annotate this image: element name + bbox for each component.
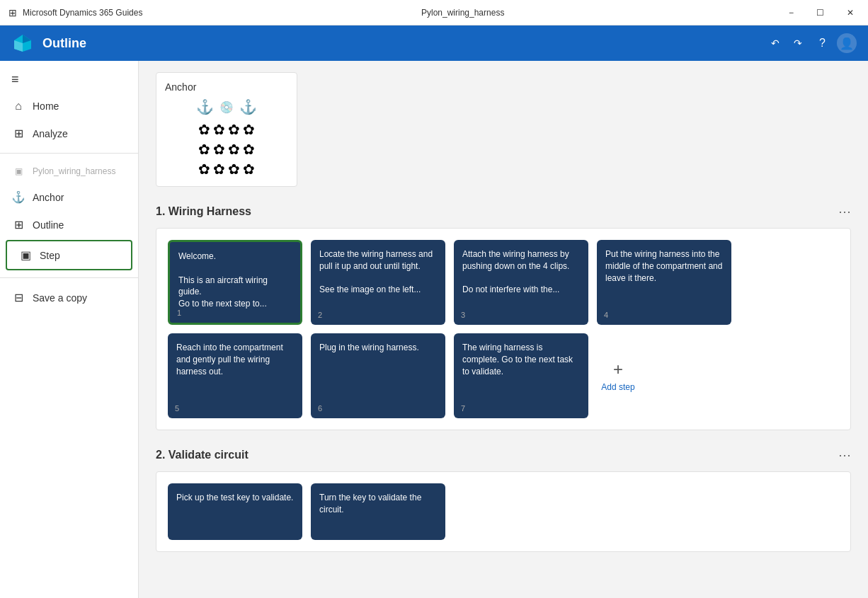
validate-step-card-2[interactable]: Turn the key to validate the circuit. [311,483,445,540]
anchor-icons-row: ⚓ 💿 ⚓ [196,98,257,115]
app-logo [11,32,34,54]
undo-redo-group: ↶ ↷ [765,33,808,53]
validate-step-card-1[interactable]: Pick up the test key to validate. [168,483,302,540]
main-wrapper: ≡ ⌂ Home ⊞ Analyze ▣ Pylon_wiring_harnes… [0,61,868,598]
fan-icon-11: ✿ [228,161,240,178]
user-icon[interactable]: 👤 [837,33,857,53]
step-icon: ▣ [18,248,33,262]
fan-icon-10: ✿ [213,161,225,178]
sidebar-item-home[interactable]: ⌂ Home [0,93,138,120]
fan-icon-9: ✿ [198,161,210,178]
file-name: Pylon_wiring_harness [421,8,504,18]
step-6-text: Plug in the wiring harness. [319,342,437,354]
step-2-text: Locate the wiring harness and pull it up… [319,248,437,296]
sidebar-home-label: Home [33,100,59,112]
sidebar-item-analyze[interactable]: ⊞ Analyze [0,120,138,147]
validate-step-2-text: Turn the key to validate the circuit. [319,492,437,516]
task1-more-button[interactable]: ⋯ [838,204,851,219]
sidebar-save-copy-label: Save a copy [33,292,87,304]
step-2-number: 2 [318,310,322,321]
sidebar-divider-1 [0,153,138,154]
pylon-icon: ▣ [11,166,25,176]
app-name: Microsoft Dynamics 365 Guides [23,8,142,18]
step-5-text: Reach into the compartment and gently pu… [176,342,294,377]
window-controls: − ☐ ✕ [783,5,860,21]
save-copy-icon: ⊟ [11,291,25,304]
task2-steps-grid: Pick up the test key to validate. Turn t… [156,471,851,552]
anchor-center-icon: 💿 [219,100,234,114]
step-card-6[interactable]: Plug in the wiring harness. 6 [311,333,445,418]
anchor-left-icon: ⚓ [196,98,214,115]
anchor-fan-grid: ✿ ✿ ✿ ✿ ✿ ✿ ✿ ✿ ✿ ✿ ✿ ✿ [198,121,255,178]
task2-title: 2. Validate circuit [156,449,249,461]
menu-icon[interactable]: ≡ [0,67,138,93]
step-card-7[interactable]: The wiring harness is complete. Go to th… [454,333,588,418]
help-icon[interactable]: ? [819,37,826,50]
maximize-button[interactable]: ☐ [811,5,830,21]
anchor-card-content: ⚓ 💿 ⚓ ✿ ✿ ✿ ✿ ✿ ✿ ✿ ✿ ✿ ✿ ✿ ✿ [165,98,288,178]
fan-icon-2: ✿ [213,121,225,138]
app-header-left: Outline [11,32,86,54]
fan-icon-6: ✿ [213,141,225,158]
title-bar: ⊞ Microsoft Dynamics 365 Guides Pylon_wi… [0,0,868,25]
anchor-icon: ⚓ [11,190,25,204]
validate-step-1-text: Pick up the test key to validate. [176,492,294,504]
step-card-2[interactable]: Locate the wiring harness and pull it up… [311,240,445,325]
step-7-text: The wiring harness is complete. Go to th… [462,342,580,377]
task2-header: 2. Validate circuit ⋯ [156,447,851,463]
content-area: Anchor ⚓ 💿 ⚓ ✿ ✿ ✿ ✿ ✿ ✿ ✿ ✿ ✿ ✿ [139,61,868,598]
fan-icon-8: ✿ [243,141,255,158]
fan-icon-7: ✿ [228,141,240,158]
step-card-1[interactable]: Welcome. This is an aircraft wiring guid… [168,240,302,325]
task2-more-button[interactable]: ⋯ [838,447,851,463]
sidebar-step-label: Step [40,250,60,261]
sidebar-outline-label: Outline [33,219,64,231]
fan-icon-5: ✿ [198,141,210,158]
redo-button[interactable]: ↷ [788,33,808,53]
step-1-number: 1 [177,308,181,318]
anchor-card-title: Anchor [165,81,288,93]
sidebar-pylon-label: Pylon_wiring_harness [33,166,115,176]
step-card-4[interactable]: Put the wiring harness into the middle o… [597,240,731,325]
minimize-button[interactable]: − [783,5,799,21]
task1-steps-grid: Welcome. This is an aircraft wiring guid… [156,228,851,430]
app-icon: ⊞ [8,7,17,18]
step-card-3[interactable]: Attach the wiring harness by pushing dow… [454,240,588,325]
undo-button[interactable]: ↶ [765,33,785,53]
sidebar: ≡ ⌂ Home ⊞ Analyze ▣ Pylon_wiring_harnes… [0,61,139,598]
step-3-number: 3 [461,310,465,321]
task1-title: 1. Wiring Harness [156,205,251,218]
step-1-text: Welcome. This is an aircraft wiring guid… [178,251,292,310]
home-icon: ⌂ [11,100,25,113]
fan-icon-12: ✿ [243,161,255,178]
step-5-number: 5 [175,403,179,414]
fan-icon-3: ✿ [228,121,240,138]
title-bar-left: ⊞ Microsoft Dynamics 365 Guides [8,7,142,18]
sidebar-item-save-copy[interactable]: ⊟ Save a copy [0,284,138,311]
step-3-text: Attach the wiring harness by pushing dow… [462,248,580,296]
anchor-card[interactable]: Anchor ⚓ 💿 ⚓ ✿ ✿ ✿ ✿ ✿ ✿ ✿ ✿ ✿ ✿ [156,72,297,187]
add-step-button[interactable]: + Add step [597,360,639,392]
sidebar-item-anchor[interactable]: ⚓ Anchor [0,183,138,211]
outline-icon: ⊞ [11,218,25,231]
task1-section: 1. Wiring Harness ⋯ Welcome. This is an … [156,204,851,430]
add-step-plus-icon: + [613,360,623,379]
task1-header: 1. Wiring Harness ⋯ [156,204,851,219]
close-button[interactable]: ✕ [841,5,860,21]
step-card-5[interactable]: Reach into the compartment and gently pu… [168,333,302,418]
task2-section: 2. Validate circuit ⋯ Pick up the test k… [156,447,851,552]
anchor-right-icon: ⚓ [239,98,257,115]
app-header-right: ↶ ↷ ? 👤 [765,33,857,53]
step-7-number: 7 [461,403,465,414]
app-header: Outline ↶ ↷ ? 👤 [0,25,868,61]
add-step-label: Add step [601,382,634,392]
sidebar-item-outline[interactable]: ⊞ Outline [0,211,138,238]
fan-icon-1: ✿ [198,121,210,138]
step-4-number: 4 [604,310,608,321]
step-6-number: 6 [318,403,322,414]
sidebar-item-step[interactable]: ▣ Step [6,240,132,270]
fan-icon-4: ✿ [243,121,255,138]
sidebar-item-pylon: ▣ Pylon_wiring_harness [0,159,138,183]
sidebar-analyze-label: Analyze [33,128,68,139]
analyze-icon: ⊞ [11,127,25,140]
